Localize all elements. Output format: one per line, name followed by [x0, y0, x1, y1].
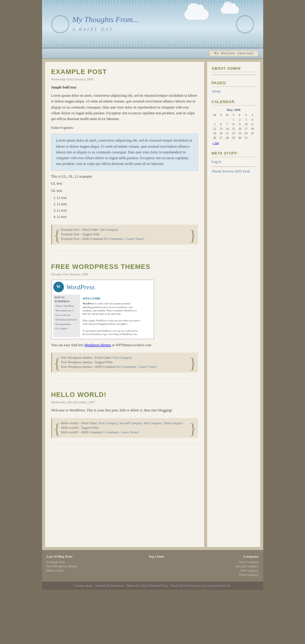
footer-tagcloud-title: Tag Cloud:	[149, 555, 164, 558]
cal-cell: 10	[243, 122, 249, 126]
post-ol: Li text Li text Li text Li text	[51, 195, 198, 220]
cloud-decoration-1	[184, 9, 209, 20]
sidebar-meta-section: META STUFF: Log in Theme Preview RSS Fee…	[212, 151, 256, 174]
post-list-intro: This is UL, OL, LI example:	[51, 174, 198, 179]
post-category-link-wp[interactable]: First Category	[113, 356, 132, 359]
post-title-wordpress: FREE WORDPRESS THEMES	[51, 263, 198, 271]
category-link-4[interactable]: Third category	[163, 421, 183, 425]
sidebar-rss-link[interactable]: Theme Preview RSS Feed	[212, 169, 256, 174]
navbar-inner: My Online Journal	[42, 49, 263, 58]
calendar-row-2: 5 6 7 8 9 10 11	[212, 122, 256, 126]
wordpress-logo: W WordPress	[53, 282, 152, 292]
site-header: My Thoughts From... A RAINY DAY	[42, 0, 263, 49]
post-quote-intro: Some b-quotes:	[51, 125, 198, 131]
sidebar-calendar-title: CALENDAR:	[212, 100, 256, 106]
cal-cell: 3	[243, 117, 249, 122]
post-meta-wordpress: Free Wordpress themes - Filed Under: Fir…	[51, 353, 198, 372]
cal-cell: 22	[230, 131, 237, 136]
cal-cell: 23	[237, 131, 243, 136]
cal-cell	[212, 117, 218, 122]
cal-th-s: S	[243, 113, 249, 117]
footer-post-link-3[interactable]: Hello world!	[47, 569, 78, 572]
cloud-decoration-2	[221, 6, 239, 14]
cal-cell: 28	[224, 136, 230, 140]
wordpress-screenshot: W WordPress HOW TO WORDPRESS • What is W…	[51, 280, 154, 340]
sidebar-pages-section: PAGES: About	[212, 81, 256, 94]
main-content: EXAMPLE POST Wednesday 02nd January, 200…	[45, 62, 204, 547]
calendar-row-4: 19 20 21 22 23 24 25	[212, 131, 256, 136]
post-comment-link[interactable]: No Comments - Leave Yours?	[104, 237, 144, 240]
post-comment-link-hello[interactable]: 1 Comment - Leave Yours?	[103, 430, 139, 434]
cal-cell: 11	[249, 122, 256, 126]
rain-decoration-top	[42, 0, 263, 4]
sidebar: ABOUT ADMIN PAGES: About CALENDAR: May 2…	[207, 62, 260, 547]
post-add-comment-wp: Free Wordpress themes - ADD Comment No C…	[61, 365, 189, 368]
cal-th-m: M	[212, 113, 218, 117]
post-wordpress-text: You can easy find free Wordpress themes …	[51, 342, 198, 348]
calendar-prev-month-link[interactable]: « Jan	[213, 141, 219, 145]
post-filed-under-wp: Free Wordpress themes - Filed Under: Fir…	[61, 356, 189, 359]
category-link-1[interactable]: First Category	[99, 421, 118, 425]
post-meta-hello: Hello world! - Filed Under: First Catego…	[51, 418, 198, 438]
post-date-example: Wednesday 02nd January, 2008	[51, 77, 198, 81]
post-date-wordpress: Tuesday 01st January, 2008	[51, 272, 198, 276]
post-ul-label: UL text	[51, 181, 198, 186]
calendar-table: May 2008 M T W T F S S	[212, 108, 256, 145]
spiral-decoration-left	[51, 15, 69, 33]
cal-th-s2: S	[249, 113, 256, 117]
sidebar-login-link[interactable]: Log in	[212, 159, 256, 164]
cal-cell: 7	[224, 122, 230, 126]
cal-cell: 17	[243, 126, 249, 131]
cal-cell: 21	[224, 131, 230, 136]
site-tagline: My Online Journal	[209, 50, 258, 57]
wp-logo-text: WordPress	[66, 282, 95, 292]
cal-cell: 16	[237, 126, 243, 131]
cal-cell: 12	[212, 126, 218, 131]
cal-cell	[224, 117, 230, 122]
footer-post-link-2[interactable]: Free Wordpress themes	[47, 564, 78, 568]
footer-post-link-1[interactable]: Example Post	[47, 560, 78, 564]
footer-cat-link-1[interactable]: First Category	[236, 560, 258, 564]
list-item: Li text	[57, 214, 198, 220]
post-tagged-with: Example Post - Tagged With:	[61, 232, 189, 236]
post-tagged-with-wp: Free Wordpress themes - Tagged With:	[61, 360, 189, 364]
post-category-link[interactable]: Sub Category	[100, 228, 118, 231]
footer-categories-title: Categories	[236, 555, 258, 558]
category-link-3[interactable]: Sub Category	[144, 421, 161, 425]
post-comment-link-wp[interactable]: No Comments - Leave Yours?	[117, 365, 157, 368]
footer-cat-link-3[interactable]: Sub Category	[236, 569, 258, 572]
post-list-section: This is UL, OL, LI example: UL text OL t…	[51, 174, 198, 220]
sidebar-page-about[interactable]: About	[212, 89, 256, 94]
cal-cell: 8	[230, 122, 237, 126]
calendar-month: May 2008	[212, 108, 256, 112]
footer-cat-link-2[interactable]: Second Category	[236, 564, 258, 568]
spiral-decoration-right	[236, 15, 254, 33]
footer-cat-link-4[interactable]: Third category	[236, 573, 258, 576]
post-date-hello: Wednesday 26th December, 2007	[51, 400, 198, 404]
calendar-row-1: 1 2 3 4	[212, 117, 256, 122]
footer-last10-title: Last 10 Blog Posts	[47, 555, 78, 558]
post-meta-example: Example Post - Filed Under: Sub Category…	[51, 225, 198, 244]
post-content-hello: Welcome to WordPress. This is your first…	[51, 408, 198, 413]
post-bold-intro: Simple bold text	[51, 85, 198, 90]
cal-cell: 25	[249, 131, 256, 136]
post-hello-world: HELLO WORLD! Wednesday 26th December, 20…	[51, 391, 198, 444]
cal-cell: 9	[237, 122, 243, 126]
post-example: EXAMPLE POST Wednesday 02nd January, 200…	[51, 68, 198, 251]
cal-cell: 13	[218, 126, 224, 131]
wp-preview: HOW TO WORDPRESS • What is WordPress • W…	[53, 295, 142, 337]
category-link-2[interactable]: Second Category	[119, 421, 142, 425]
cal-th-t2: T	[230, 113, 237, 117]
list-item: Li text	[57, 208, 198, 213]
rain-decoration-bottom	[42, 44, 263, 48]
cal-cell: 31	[243, 136, 249, 140]
cal-th-t: T	[218, 113, 224, 117]
wordpress-themes-link[interactable]: Wordpress themes	[85, 343, 111, 347]
cal-cell	[249, 136, 256, 140]
bottom-bar-text: Content: admin - Powered By Wordpress - …	[74, 584, 231, 587]
cal-cell: 20	[218, 131, 224, 136]
cal-th-w: W	[224, 113, 230, 117]
calendar-prev-row: « Jan	[212, 140, 256, 145]
site-footer: Last 10 Blog Posts Example Post Free Wor…	[42, 550, 263, 582]
cal-cell: 24	[243, 131, 249, 136]
